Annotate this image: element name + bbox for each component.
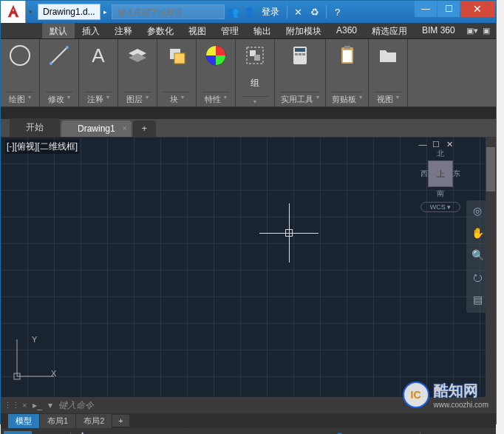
- text-icon[interactable]: A: [85, 42, 112, 69]
- otrack-icon[interactable]: ∠: [198, 430, 214, 434]
- block-icon[interactable]: [163, 42, 190, 69]
- tab-parametric[interactable]: 参数化: [140, 23, 181, 38]
- tab-model[interactable]: 模型: [8, 414, 39, 428]
- chevron-down-icon[interactable]: ▾: [106, 94, 109, 105]
- vertical-scrollbar[interactable]: [486, 137, 496, 397]
- exchange-icon[interactable]: ✕: [290, 7, 307, 18]
- line-icon[interactable]: [46, 42, 72, 69]
- tab-default[interactable]: 默认: [42, 23, 75, 38]
- units-icon[interactable]: ⊹: [350, 430, 366, 434]
- tab-bim360[interactable]: BIM 360: [415, 23, 463, 38]
- document-title: Drawing1.d...: [38, 4, 101, 20]
- watermark-logo: IC: [403, 382, 429, 408]
- calculator-icon[interactable]: [287, 42, 313, 69]
- a360-icon[interactable]: ♻: [307, 7, 323, 18]
- chevron-down-icon[interactable]: ▾: [181, 94, 184, 105]
- workspace-icon[interactable]: ✦: [314, 430, 330, 434]
- steering-wheel-icon[interactable]: ◎: [470, 205, 485, 220]
- viewcube[interactable]: 北 西上东 南 WCS ▾: [420, 149, 460, 212]
- grid-toggle-icon[interactable]: ▦: [33, 430, 50, 434]
- gear-icon[interactable]: ⚙: [401, 430, 417, 434]
- wcs-dropdown[interactable]: WCS ▾: [420, 202, 460, 212]
- login-link[interactable]: 登录: [262, 6, 279, 18]
- search-icon[interactable]: 👥: [225, 7, 241, 18]
- annoscale-icon[interactable]: ▾: [383, 430, 399, 434]
- close-button[interactable]: ✕: [460, 1, 494, 17]
- drag-handle-icon[interactable]: ⋮⋮ ×: [4, 401, 27, 410]
- 3dosnap-icon[interactable]: ⬚: [180, 430, 197, 434]
- drawing-canvas[interactable]: [-][俯视][二维线框] — ☐ ✕ Y X 北 西上东 南 WCS ▾ ◎ …: [1, 137, 496, 397]
- app-logo[interactable]: [1, 1, 26, 23]
- transparency-icon[interactable]: ◫: [234, 430, 250, 434]
- showmotion-icon[interactable]: ▤: [470, 294, 485, 308]
- snap-toggle-icon[interactable]: ⊞: [51, 430, 67, 434]
- tab-a360[interactable]: A360: [329, 23, 364, 38]
- customize-icon[interactable]: ≡: [477, 430, 493, 434]
- tab-drawing1[interactable]: Drawing1×: [61, 121, 132, 137]
- dynamic-input-icon[interactable]: ⊹: [92, 430, 108, 434]
- panel-label: 实用工具: [281, 94, 313, 105]
- model-space-button[interactable]: 模型: [4, 431, 32, 435]
- lineweight-icon[interactable]: ≡: [216, 430, 232, 434]
- chevron-down-icon[interactable]: ▾: [316, 94, 319, 105]
- hardware-icon[interactable]: ▤: [441, 430, 457, 434]
- scrollbar-thumb[interactable]: [486, 147, 495, 191]
- clipboard-icon[interactable]: [334, 42, 361, 69]
- viewcube-face[interactable]: 上: [428, 160, 453, 187]
- command-input[interactable]: 键入命令: [58, 399, 94, 412]
- isolate-icon[interactable]: ◉: [423, 430, 440, 434]
- tab-view[interactable]: 视图: [181, 23, 214, 38]
- viewport-label[interactable]: [-][俯视][二维线框]: [5, 140, 79, 154]
- folder-icon[interactable]: [375, 42, 401, 69]
- chevron-down-icon[interactable]: ▾: [396, 94, 399, 105]
- annomonitor-icon[interactable]: 👤: [332, 430, 348, 434]
- layers-icon[interactable]: [124, 42, 151, 69]
- tab-start[interactable]: 开始: [10, 118, 60, 137]
- chevron-down-icon[interactable]: ▾: [224, 94, 227, 105]
- command-icon[interactable]: ▸_: [33, 400, 42, 410]
- panel-label: 视图: [377, 94, 393, 105]
- pan-icon[interactable]: ✋: [470, 227, 485, 242]
- chevron-down-icon[interactable]: ▾: [28, 94, 31, 105]
- document-tabs: 开始 Drawing1× +: [1, 119, 496, 137]
- panel-properties: 特性▾: [197, 39, 236, 106]
- tab-featured[interactable]: 精选应用: [364, 23, 415, 38]
- tab-addins[interactable]: 附加模块: [279, 23, 329, 38]
- ribbon-overflow[interactable]: ▣▾▣: [466, 23, 496, 38]
- osnap-icon[interactable]: ☐: [163, 430, 179, 434]
- panel-label: 图层: [126, 94, 143, 105]
- add-layout-button[interactable]: +: [112, 415, 129, 427]
- new-tab-button[interactable]: +: [133, 121, 156, 137]
- cleanscreen-icon[interactable]: ▭: [459, 430, 475, 434]
- chevron-down-icon[interactable]: ▾: [359, 94, 362, 105]
- zoom-icon[interactable]: 🔍: [470, 249, 485, 264]
- group-icon[interactable]: [242, 42, 268, 69]
- tab-layout1[interactable]: 布局1: [40, 414, 75, 428]
- polar-icon[interactable]: ⊕: [127, 430, 143, 434]
- circle-icon[interactable]: [7, 42, 33, 69]
- signin-icon[interactable]: 👤: [241, 7, 257, 18]
- orbit-icon[interactable]: ⭮: [470, 271, 485, 286]
- chevron-down-icon[interactable]: ▾: [253, 98, 256, 105]
- colorwheel-icon[interactable]: [202, 42, 229, 69]
- recent-icon[interactable]: ▾: [48, 400, 52, 410]
- tab-layout2[interactable]: 布局2: [76, 414, 112, 428]
- tab-manage[interactable]: 管理: [214, 23, 246, 38]
- isodraft-icon[interactable]: ◈: [145, 430, 161, 434]
- ortho-icon[interactable]: ∟: [109, 430, 126, 434]
- chevron-down-icon[interactable]: ▾: [146, 94, 149, 105]
- tab-insert[interactable]: 插入: [75, 23, 107, 38]
- infer-icon[interactable]: ┣: [74, 430, 90, 434]
- maximize-button[interactable]: ☐: [437, 1, 460, 17]
- svg-text:A: A: [92, 44, 105, 67]
- tab-output[interactable]: 输出: [246, 23, 279, 38]
- help-icon[interactable]: ?: [330, 7, 346, 18]
- tab-annotate[interactable]: 注释: [107, 23, 140, 38]
- qat-dropdown-icon[interactable]: ▾: [26, 8, 35, 16]
- doc-dropdown-icon[interactable]: ▸: [103, 8, 107, 16]
- minimize-button[interactable]: —: [415, 1, 437, 17]
- chevron-down-icon[interactable]: ▾: [67, 94, 70, 105]
- svg-point-2: [50, 62, 52, 65]
- close-tab-icon[interactable]: ×: [123, 124, 127, 132]
- search-input[interactable]: [112, 4, 225, 19]
